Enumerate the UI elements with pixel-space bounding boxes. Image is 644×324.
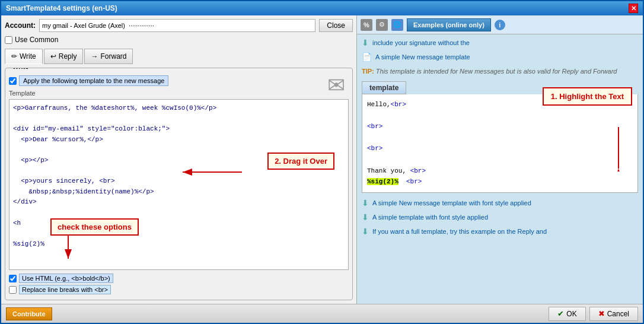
- window-title: SmartTemplate4 settings (en-US): [6, 4, 117, 12]
- window-close-button[interactable]: ✕: [629, 4, 638, 13]
- code-line-8: <p>yours sincerely, <br>: [13, 176, 345, 187]
- sig-highlight: %sig(2)%: [367, 178, 398, 185]
- preview-line-8: %sig(2)% <br>: [367, 176, 633, 188]
- preview-line-4: [367, 132, 633, 144]
- download-icon-2: ⬇: [362, 198, 369, 208]
- use-html-row: Use HTML (e.g., <b>bold</b>): [9, 274, 349, 283]
- template-tab[interactable]: template: [362, 81, 406, 94]
- include-signature-link[interactable]: ⬇ include your signature without the: [362, 38, 638, 47]
- code-line-11: [13, 208, 345, 218]
- use-common-label: Use Common: [15, 36, 58, 44]
- replace-linebreaks-checkbox[interactable]: [9, 286, 17, 294]
- tip-content: This template is intended for New messag…: [376, 68, 617, 75]
- download-icon-4: ⬇: [362, 227, 369, 236]
- include-signature-text: include your signature without the: [372, 39, 470, 46]
- tab-reply[interactable]: ↩ Reply: [44, 49, 84, 64]
- tabs-row: ✏ Write ↩ Reply → Forward: [5, 49, 353, 64]
- link-font-style-new-text: A simple New message template with font …: [372, 199, 531, 207]
- globe-icon[interactable]: 🌐: [391, 19, 403, 31]
- ok-icon: ✔: [557, 309, 564, 318]
- preview-line-7: Thank you, <br>: [367, 166, 633, 177]
- template-preview-wrapper: 1. Highlight the Text Hello,<br>: [362, 94, 638, 193]
- left-panel: Account: Close Use Common ✏ Write ↩ Repl…: [1, 15, 357, 304]
- download-icon-3: ⬇: [362, 212, 369, 222]
- settings-icon[interactable]: ⚙: [376, 19, 388, 31]
- main-content: Account: Close Use Common ✏ Write ↩ Repl…: [1, 15, 643, 304]
- settings-close-button[interactable]: Close: [319, 19, 353, 32]
- ok-cancel-row: ✔ OK ✖ Cancel: [549, 307, 638, 321]
- apply-template-label: Apply the following template to the new …: [19, 75, 168, 86]
- cancel-icon: ✖: [598, 309, 605, 318]
- link-font-style[interactable]: ⬇ A simple template with font style appl…: [362, 212, 638, 222]
- link-full-template[interactable]: ⬇ If you want a full template, try this …: [362, 227, 638, 236]
- bottom-bar: Contribute ✔ OK ✖ Cancel: [1, 304, 643, 323]
- code-line-10: </div>: [13, 197, 345, 208]
- write-icon: ✏: [11, 52, 17, 61]
- preview-line-1: Hello,<br>: [367, 99, 633, 110]
- template-preview: Hello,<br> <br> <br> Thank you, <br> %si…: [362, 94, 638, 193]
- right-scroll-area[interactable]: ⬇ include your signature without the 📄 A…: [357, 34, 643, 304]
- use-html-checkbox[interactable]: [9, 275, 17, 282]
- template-label: Template: [9, 90, 349, 97]
- page-icon: 📄: [362, 52, 372, 62]
- drag-annotation: 2. Drag it Over: [267, 153, 334, 170]
- simple-template-link[interactable]: 📄 A simple New message template: [362, 52, 638, 62]
- right-toolbar: % ⚙ 🌐 Examples (online only) i: [357, 15, 643, 34]
- check-annotation: check these options: [50, 218, 139, 236]
- main-window: SmartTemplate4 settings (en-US) ✕ Accoun…: [0, 0, 644, 324]
- tip-text: TIP: This template is intended for New m…: [362, 66, 638, 77]
- preview-line-2: [367, 110, 633, 121]
- forward-icon: →: [91, 52, 98, 61]
- code-line-14: %sig(2)%: [13, 239, 345, 250]
- write-group: Write ✉ Apply the following template to …: [5, 68, 353, 300]
- write-group-label: Write: [10, 68, 31, 70]
- use-common-checkbox[interactable]: [5, 36, 12, 44]
- download-icon: ⬇: [362, 38, 369, 47]
- code-line-2: [13, 114, 345, 125]
- account-row: Account: Close: [5, 19, 353, 32]
- preview-line-6: [367, 154, 633, 166]
- right-panel: % ⚙ 🌐 Examples (online only) i ⬇ include…: [357, 15, 643, 304]
- tab-forward[interactable]: → Forward: [84, 49, 133, 64]
- template-tab-row: template: [362, 81, 638, 94]
- contribute-button[interactable]: Contribute: [6, 307, 52, 320]
- code-line-9: &nbsp;&nbsp;%identity(name)%</p>: [13, 187, 345, 198]
- account-label: Account:: [5, 21, 36, 30]
- code-line-4: <p>Dear %cursor%,</p>: [13, 135, 345, 145]
- percent-icon[interactable]: %: [361, 19, 372, 31]
- code-line-3: <div id="my-email" style="color:black;">: [13, 124, 345, 135]
- preview-line-3: <br>: [367, 121, 633, 132]
- examples-button[interactable]: Examples (online only): [407, 18, 491, 31]
- use-common-row: Use Common: [5, 36, 353, 44]
- cancel-button[interactable]: ✖ Cancel: [589, 307, 638, 321]
- link-font-style-text: A simple template with font style applie…: [372, 214, 488, 221]
- mail-decoration-icon: ✉: [327, 73, 345, 98]
- use-html-label: Use HTML (e.g., <b>bold</b>): [19, 274, 113, 283]
- simple-template-text: A simple New message template: [375, 53, 470, 61]
- preview-line-5: <br>: [367, 143, 633, 154]
- apply-template-checkbox[interactable]: [9, 77, 17, 85]
- link-full-template-text: If you want a full template, try this ex…: [372, 228, 547, 235]
- tab-write[interactable]: ✏ Write: [5, 49, 43, 64]
- title-bar: SmartTemplate4 settings (en-US) ✕: [1, 1, 643, 15]
- ok-button[interactable]: ✔ OK: [549, 307, 585, 321]
- code-line-1: <p>Garrafrauns, the %dateshort%, week %c…: [13, 103, 345, 114]
- info-icon[interactable]: i: [495, 20, 505, 30]
- tip-label: TIP:: [362, 68, 376, 75]
- editor-area: <p>Garrafrauns, the %dateshort%, week %c…: [9, 99, 349, 270]
- bottom-options: Use HTML (e.g., <b>bold</b>) Replace lin…: [9, 274, 349, 296]
- replace-linebreaks-row: Replace line breaks with <br>: [9, 285, 349, 294]
- account-input[interactable]: [39, 19, 315, 32]
- template-editor[interactable]: <p>Garrafrauns, the %dateshort%, week %c…: [9, 99, 349, 270]
- reply-icon: ↩: [50, 52, 56, 61]
- apply-checkbox-row: Apply the following template to the new …: [9, 75, 349, 86]
- replace-linebreaks-label: Replace line breaks with <br>: [19, 285, 111, 294]
- link-font-style-new[interactable]: ⬇ A simple New message template with fon…: [362, 198, 638, 208]
